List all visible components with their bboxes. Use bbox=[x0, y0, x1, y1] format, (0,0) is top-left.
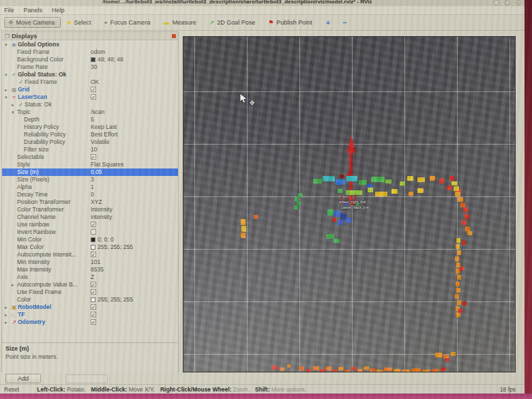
property-row[interactable]: Alpha1 bbox=[2, 183, 178, 191]
property-row[interactable]: Use rainbow✓ bbox=[2, 221, 178, 228]
menu-item-help[interactable]: Help bbox=[52, 7, 65, 14]
property-value[interactable]: ✓ bbox=[91, 93, 96, 101]
property-row[interactable]: Size (m)0.05 bbox=[2, 168, 178, 176]
menu-item-file[interactable]: File bbox=[4, 7, 14, 14]
close-button[interactable]: ✕ bbox=[516, 0, 521, 5]
checkbox-icon[interactable]: ✓ bbox=[91, 87, 96, 92]
expander-icon[interactable]: ▸ bbox=[5, 319, 10, 326]
property-row[interactable]: ▸✓Status: Ok bbox=[2, 101, 178, 108]
property-row[interactable]: Durability PolicyVolatile bbox=[2, 138, 178, 146]
property-value[interactable]: 0 bbox=[91, 191, 94, 198]
property-value[interactable]: Keep Last bbox=[91, 123, 117, 131]
property-row[interactable]: ▾✓Global Status: Ok bbox=[2, 71, 178, 78]
property-value[interactable]: Z bbox=[91, 274, 94, 281]
checkbox-icon[interactable]: ✓ bbox=[91, 252, 96, 257]
property-row[interactable]: Channel Nameintensity bbox=[2, 213, 178, 221]
property-value[interactable]: 0; 0; 0 bbox=[91, 236, 114, 243]
expander-icon[interactable]: ▸ bbox=[12, 101, 17, 108]
property-row[interactable]: History PolicyKeep Last bbox=[2, 123, 178, 131]
publish-point-button[interactable]: ⚑Publish Point bbox=[264, 17, 319, 28]
add-tool-button[interactable]: + bbox=[321, 18, 335, 28]
property-row[interactable]: Color255; 255; 255 bbox=[2, 296, 178, 304]
property-row[interactable]: Min Color0; 0; 0 bbox=[2, 236, 178, 243]
property-row[interactable]: Use Fixed Frame✓ bbox=[2, 289, 178, 296]
checkbox-icon[interactable]: ✓ bbox=[91, 94, 96, 100]
property-value[interactable]: ✓ bbox=[91, 251, 96, 258]
property-row[interactable]: Decay Time0 bbox=[2, 191, 178, 198]
menu-item-panels[interactable]: Panels bbox=[24, 7, 43, 14]
checkbox-icon[interactable]: ✓ bbox=[91, 154, 96, 160]
add-display-button[interactable]: Add bbox=[5, 374, 41, 383]
property-value[interactable]: OK bbox=[91, 78, 99, 86]
property-value[interactable]: ✓ bbox=[91, 289, 96, 296]
property-row[interactable]: ▸▦Grid✓ bbox=[2, 86, 178, 93]
property-row[interactable]: ▾Topic/scan bbox=[2, 108, 178, 116]
property-row[interactable]: Selectable✓ bbox=[2, 153, 178, 161]
expander-icon[interactable]: ▾ bbox=[5, 93, 10, 101]
property-value[interactable] bbox=[91, 228, 96, 236]
property-value[interactable]: Volatile bbox=[91, 138, 109, 146]
property-row[interactable]: ▸↗Odometry✓ bbox=[2, 319, 178, 326]
property-row[interactable]: Color TransformerIntensity bbox=[2, 206, 178, 213]
expander-icon[interactable]: ▸ bbox=[5, 311, 10, 319]
property-row[interactable]: Autocompute Intensit...✓ bbox=[2, 251, 178, 258]
property-value[interactable]: 1 bbox=[91, 183, 94, 191]
property-row[interactable]: Invert Rainbow bbox=[2, 228, 178, 236]
faded-panel-button[interactable] bbox=[65, 374, 108, 383]
property-value[interactable]: intensity bbox=[91, 213, 112, 221]
property-row[interactable]: Position TransformerXYZ bbox=[2, 198, 178, 206]
property-row[interactable]: ▸∟TF✓ bbox=[2, 311, 178, 319]
property-row[interactable]: ▸Autocompute Value B...✓ bbox=[2, 281, 178, 289]
property-row[interactable]: Max Intensity6535 bbox=[2, 266, 178, 274]
property-row[interactable]: ▸▣RobotModel✓ bbox=[2, 304, 178, 311]
property-row[interactable]: Frame Rate30 bbox=[2, 63, 178, 71]
checkbox-icon[interactable]: ✓ bbox=[91, 304, 96, 310]
expander-icon[interactable]: ▾ bbox=[5, 71, 10, 78]
checkbox-icon[interactable]: ✓ bbox=[91, 319, 96, 325]
checkbox-icon[interactable]: ✓ bbox=[91, 312, 96, 317]
property-value[interactable]: ✓ bbox=[91, 86, 96, 93]
property-value[interactable]: 48; 48; 48 bbox=[91, 56, 123, 63]
property-value[interactable]: 6535 bbox=[91, 266, 104, 274]
property-row[interactable]: Size (Pixels)3 bbox=[2, 176, 178, 183]
property-value[interactable]: ✓ bbox=[91, 311, 96, 319]
property-row[interactable]: Min Intensity101 bbox=[2, 258, 178, 266]
property-value[interactable]: ✓ bbox=[91, 221, 96, 228]
property-value[interactable]: 10 bbox=[91, 146, 97, 153]
reset-button[interactable]: Reset bbox=[4, 386, 19, 393]
property-row[interactable]: ▾≈LaserScan✓ bbox=[2, 93, 178, 101]
property-value[interactable]: ✓ bbox=[91, 153, 96, 161]
property-value[interactable]: 5 bbox=[91, 116, 94, 123]
displays-panel-header[interactable]: ❐Displays bbox=[2, 32, 178, 40]
property-value[interactable]: Intensity bbox=[91, 206, 113, 213]
expander-icon[interactable]: ▾ bbox=[5, 41, 10, 48]
property-row[interactable]: Fixed Frameodom bbox=[2, 48, 178, 56]
expander-icon[interactable]: ▸ bbox=[5, 86, 10, 93]
property-value[interactable]: ✓ bbox=[91, 304, 96, 311]
focus-camera-button[interactable]: ⌖Focus Camera bbox=[100, 17, 157, 28]
maximize-button[interactable]: ▢ bbox=[505, 0, 510, 5]
property-value[interactable]: 101 bbox=[91, 258, 100, 266]
property-row[interactable]: AxisZ bbox=[2, 274, 178, 281]
property-row[interactable]: Depth5 bbox=[2, 116, 178, 123]
property-row[interactable]: Reliability PolicyBest Effort bbox=[2, 131, 178, 138]
property-row[interactable]: ✓Fixed FrameOK bbox=[2, 78, 178, 86]
property-value[interactable]: Best Effort bbox=[91, 131, 118, 138]
property-value[interactable]: 255; 255; 255 bbox=[91, 243, 133, 251]
move-camera-button[interactable]: ✥Move Camera bbox=[4, 17, 61, 28]
property-value[interactable]: ✓ bbox=[91, 281, 96, 289]
panel-close-dot-icon[interactable] bbox=[172, 34, 176, 38]
checkbox-icon[interactable]: ✓ bbox=[91, 282, 96, 287]
expander-icon[interactable]: ▸ bbox=[12, 281, 17, 289]
property-value[interactable]: XYZ bbox=[91, 198, 102, 206]
render-viewport[interactable]: ✥ wheel_right_linkcaster_back_link bbox=[183, 36, 516, 372]
property-row[interactable]: Filter size10 bbox=[2, 146, 178, 153]
property-row[interactable]: Max Color255; 255; 255 bbox=[2, 243, 178, 251]
expander-icon[interactable]: ▸ bbox=[5, 304, 10, 311]
property-value[interactable]: 3 bbox=[91, 176, 94, 183]
property-row[interactable]: StyleFlat Squares bbox=[2, 161, 178, 168]
property-row[interactable]: ▾◉Global Options bbox=[2, 41, 178, 48]
checkbox-icon[interactable]: ✓ bbox=[91, 222, 96, 227]
measure-button[interactable]: ▬Measure bbox=[160, 17, 203, 28]
expander-icon[interactable]: ▾ bbox=[12, 108, 17, 116]
